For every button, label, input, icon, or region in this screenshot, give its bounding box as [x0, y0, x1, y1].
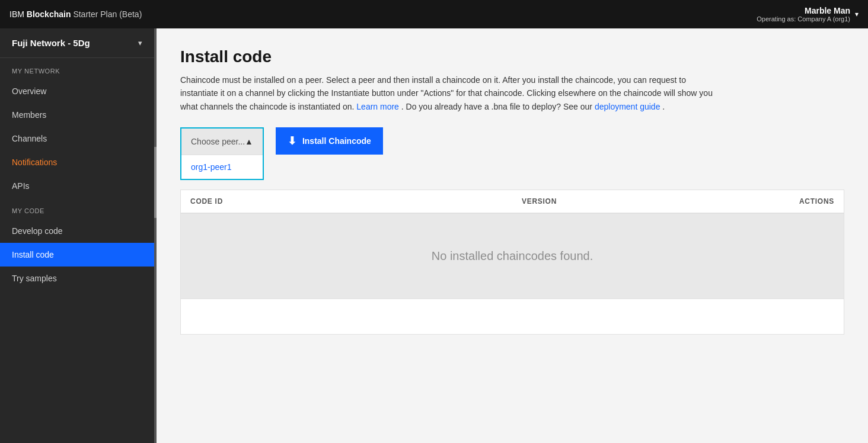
peer-selector-container: Choose peer... ▲ org1-peer1	[180, 127, 264, 180]
sidebar-item-overview[interactable]: Overview	[0, 79, 154, 103]
section-my-network: MY NETWORK	[0, 58, 154, 79]
description-text3: .	[662, 102, 665, 111]
col-header-version: VERSION	[512, 190, 678, 213]
brand-plan: Starter Plan (Beta)	[73, 9, 142, 19]
user-info: Marble Man Operating as: Company A (org1…	[757, 6, 850, 23]
description-text2: . Do you already have a .bna file to dep…	[401, 102, 592, 111]
empty-state: No installed chaincodes found.	[181, 214, 844, 298]
peer-option-org1-peer1[interactable]: org1-peer1	[181, 155, 263, 179]
sidebar-item-develop-code[interactable]: Develop code	[0, 219, 154, 243]
sidebar-item-members[interactable]: Members	[0, 103, 154, 127]
page-title: Install code	[180, 47, 844, 66]
install-chaincode-button[interactable]: ⬇ Install Chaincode	[276, 127, 383, 155]
brand-blockchain: Blockchain	[27, 9, 71, 19]
sidebar: Fuji Network - 5Dg ▾ MY NETWORK Overview…	[0, 28, 154, 443]
sidebar-item-apis[interactable]: APIs	[0, 174, 154, 198]
topbar: IBM Blockchain Starter Plan (Beta) Marbl…	[0, 0, 868, 28]
layout: Fuji Network - 5Dg ▾ MY NETWORK Overview…	[0, 28, 868, 443]
learn-more-link[interactable]: Learn more	[356, 102, 399, 111]
peer-dropdown-arrow: ▲	[245, 137, 253, 146]
network-chevron: ▾	[138, 38, 142, 47]
deployment-guide-link[interactable]: deployment guide	[595, 102, 660, 111]
main-content: Install code Chaincode must be installed…	[157, 28, 868, 443]
page-description: Chaincode must be installed on a peer. S…	[180, 73, 714, 113]
install-icon: ⬇	[288, 134, 296, 147]
sidebar-wrapper: Fuji Network - 5Dg ▾ MY NETWORK Overview…	[0, 28, 157, 443]
brand: IBM Blockchain Starter Plan (Beta)	[9, 9, 142, 19]
user-menu-chevron: ▾	[855, 10, 859, 18]
col-header-code-id: CODE ID	[181, 190, 512, 213]
col-header-actions: ACTIONS	[678, 190, 844, 213]
table-header-row: CODE ID VERSION ACTIONS	[181, 190, 844, 213]
chaincode-table: CODE ID VERSION ACTIONS	[181, 190, 844, 214]
chaincode-table-container: CODE ID VERSION ACTIONS No installed cha…	[180, 190, 844, 335]
sidebar-item-notifications[interactable]: Notifications	[0, 150, 154, 174]
user-name: Marble Man	[757, 6, 850, 15]
brand-ibm: IBM	[9, 9, 24, 19]
peer-dropdown[interactable]: Choose peer... ▲	[181, 129, 263, 155]
section-my-code: MY CODE	[0, 198, 154, 219]
user-menu[interactable]: Marble Man Operating as: Company A (org1…	[757, 6, 859, 23]
peer-dropdown-label: Choose peer...	[191, 137, 245, 146]
sidebar-item-channels[interactable]: Channels	[0, 127, 154, 150]
sidebar-item-install-code[interactable]: Install code	[0, 243, 154, 267]
network-name: Fuji Network - 5Dg	[12, 38, 90, 48]
user-sub: Operating as: Company A (org1)	[757, 15, 850, 23]
network-selector[interactable]: Fuji Network - 5Dg ▾	[0, 28, 154, 58]
table-bottom-area	[181, 298, 844, 334]
install-btn-label: Install Chaincode	[302, 136, 371, 146]
sidebar-item-try-samples[interactable]: Try samples	[0, 267, 154, 290]
